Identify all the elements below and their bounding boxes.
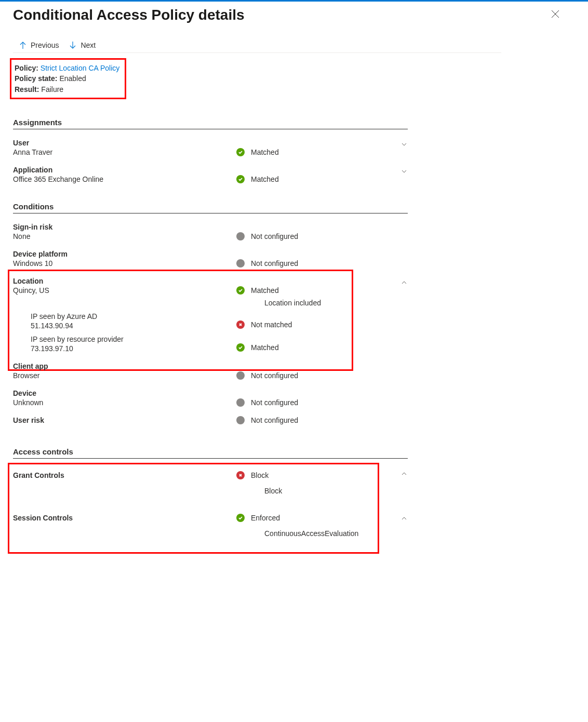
dot-icon [236, 232, 245, 240]
policy-line: Policy: Strict Location CA Policy [11, 63, 119, 73]
signin-risk-status: Not configured [251, 232, 298, 240]
location-note: Location included [13, 299, 408, 307]
session-controls-row[interactable]: Session Controls Enforced [13, 495, 408, 522]
session-controls-note: ContinuousAccessEvaluation [13, 529, 408, 538]
grant-controls-note: Block [13, 487, 408, 495]
client-app-row: Client app Browser Not configured [13, 353, 408, 380]
conditions-section: Conditions Sign-in risk None Not configu… [13, 202, 408, 424]
user-risk-status: Not configured [251, 416, 298, 424]
device-platform-row: Device platform Windows 10 Not configure… [13, 240, 408, 268]
dot-icon [236, 259, 245, 268]
previous-button[interactable]: Previous [19, 41, 59, 49]
policy-state-label: Policy state: [15, 74, 57, 83]
location-label: Location [13, 277, 236, 285]
chevron-down-icon [400, 168, 408, 177]
user-label: User [13, 139, 236, 147]
nav-row: Previous Next [13, 34, 501, 53]
signin-risk-value: None [13, 232, 236, 240]
signin-risk-label: Sign-in risk [13, 223, 236, 231]
chevron-up-icon [400, 470, 408, 479]
assignments-heading: Assignments [13, 118, 408, 129]
policy-result-line: Result: Failure [11, 84, 119, 95]
signin-risk-row: Sign-in risk None Not configured [13, 213, 408, 240]
chevron-up-icon [400, 279, 408, 288]
previous-label: Previous [31, 41, 59, 49]
assignments-section: Assignments User Anna Traver Matched App… [13, 118, 408, 183]
client-app-status: Not configured [251, 371, 298, 380]
page-title: Conditional Access Policy details [13, 7, 245, 23]
policy-label: Policy: [15, 64, 38, 72]
grant-controls-label: Grant Controls [13, 471, 236, 479]
device-row: Device Unknown Not configured [13, 380, 408, 407]
location-row[interactable]: Location Quincy, US Matched [13, 268, 408, 295]
grant-controls-status: Block [251, 471, 269, 479]
policy-result-value: Failure [41, 85, 63, 93]
policy-result-label: Result: [15, 85, 39, 93]
dot-icon [236, 398, 245, 407]
policy-state-value: Enabled [59, 74, 86, 83]
next-label: Next [81, 41, 96, 49]
cross-icon [236, 320, 245, 329]
client-app-value: Browser [13, 371, 236, 380]
ip-azure-value: 51.143.90.94 [31, 322, 236, 330]
cross-icon [236, 471, 245, 479]
application-status: Matched [251, 175, 279, 183]
close-icon [551, 10, 559, 18]
session-controls-label: Session Controls [13, 514, 236, 522]
arrow-up-icon [19, 41, 26, 49]
user-row[interactable]: User Anna Traver Matched [13, 129, 408, 156]
chevron-down-icon [400, 141, 408, 150]
next-button[interactable]: Next [69, 41, 96, 49]
check-icon [236, 286, 245, 295]
dot-icon [236, 416, 245, 424]
device-status: Not configured [251, 398, 298, 407]
user-status: Matched [251, 148, 279, 156]
ip-resource-label: IP seen by resource provider [31, 335, 236, 343]
user-risk-label: User risk [13, 416, 236, 424]
access-controls-heading: Access controls [13, 447, 408, 459]
conditions-heading: Conditions [13, 202, 408, 213]
close-button[interactable] [549, 7, 562, 23]
grant-controls-row[interactable]: Grant Controls Block [13, 459, 408, 479]
ip-azure-row: IP seen by Azure AD 51.143.90.94 Not mat… [13, 307, 408, 330]
user-value: Anna Traver [13, 148, 236, 156]
location-value: Quincy, US [13, 286, 236, 295]
ip-resource-value: 73.193.97.10 [31, 344, 236, 353]
policy-summary-highlight: Policy: Strict Location CA Policy Policy… [10, 58, 126, 99]
location-status: Matched [251, 286, 279, 295]
chevron-up-icon [400, 515, 408, 524]
device-platform-status: Not configured [251, 259, 298, 268]
policy-state-line: Policy state: Enabled [11, 73, 119, 84]
session-controls-status: Enforced [251, 514, 280, 522]
dot-icon [236, 371, 245, 380]
application-row[interactable]: Application Office 365 Exchange Online M… [13, 156, 408, 183]
ip-azure-label: IP seen by Azure AD [31, 312, 236, 320]
check-icon [236, 514, 245, 522]
client-app-label: Client app [13, 362, 236, 370]
check-icon [236, 343, 245, 352]
access-controls-section: Access controls Grant Controls Block Blo… [13, 447, 408, 538]
arrow-down-icon [69, 41, 76, 49]
policy-name-link[interactable]: Strict Location CA Policy [41, 64, 120, 72]
check-icon [236, 148, 245, 156]
device-platform-label: Device platform [13, 250, 236, 258]
device-value: Unknown [13, 398, 236, 407]
check-icon [236, 175, 245, 183]
user-risk-row: User risk Not configured [13, 407, 408, 424]
ip-resource-status: Matched [251, 343, 279, 352]
ip-azure-status: Not matched [251, 320, 292, 329]
device-label: Device [13, 389, 236, 397]
device-platform-value: Windows 10 [13, 259, 236, 268]
ip-resource-row: IP seen by resource provider 73.193.97.1… [13, 330, 408, 353]
application-value: Office 365 Exchange Online [13, 175, 236, 183]
application-label: Application [13, 166, 236, 174]
